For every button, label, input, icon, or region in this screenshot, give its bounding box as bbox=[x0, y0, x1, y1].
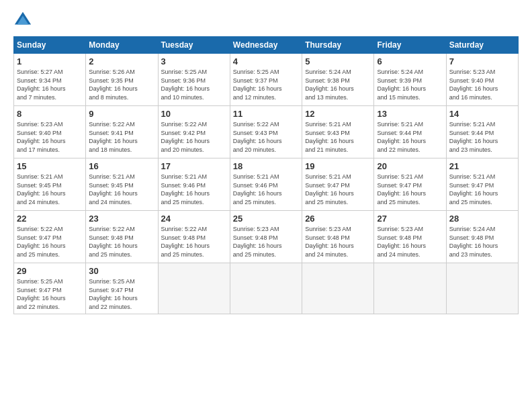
day-info: Sunrise: 5:23 AMSunset: 9:48 PMDaylight:… bbox=[233, 225, 299, 259]
day-number: 8 bbox=[17, 109, 83, 119]
day-info: Sunrise: 5:22 AMSunset: 9:42 PMDaylight:… bbox=[161, 120, 227, 154]
day-number: 6 bbox=[377, 56, 443, 66]
day-info: Sunrise: 5:24 AMSunset: 9:39 PMDaylight:… bbox=[377, 68, 443, 101]
day-cell bbox=[446, 263, 518, 314]
day-info: Sunrise: 5:23 AMSunset: 9:48 PMDaylight:… bbox=[305, 225, 371, 259]
day-info: Sunrise: 5:22 AMSunset: 9:43 PMDaylight:… bbox=[233, 120, 299, 154]
day-number: 23 bbox=[89, 214, 154, 224]
day-number: 27 bbox=[377, 214, 443, 224]
header bbox=[13, 11, 519, 30]
day-cell: 22Sunrise: 5:22 AMSunset: 9:47 PMDayligh… bbox=[14, 211, 86, 263]
day-cell: 12Sunrise: 5:21 AMSunset: 9:43 PMDayligh… bbox=[302, 106, 374, 158]
day-number: 5 bbox=[305, 56, 371, 66]
calendar-table: SundayMondayTuesdayWednesdayThursdayFrid… bbox=[13, 36, 519, 314]
day-number: 20 bbox=[377, 161, 443, 171]
day-number: 28 bbox=[449, 214, 515, 224]
day-info: Sunrise: 5:22 AMSunset: 9:48 PMDaylight:… bbox=[89, 225, 154, 259]
day-number: 29 bbox=[17, 266, 83, 276]
week-row-5: 29Sunrise: 5:25 AMSunset: 9:47 PMDayligh… bbox=[14, 263, 519, 314]
day-cell: 3Sunrise: 5:25 AMSunset: 9:36 PMDaylight… bbox=[158, 54, 230, 106]
header-cell-sunday: Sunday bbox=[14, 37, 86, 54]
day-cell: 13Sunrise: 5:21 AMSunset: 9:44 PMDayligh… bbox=[374, 106, 446, 158]
day-number: 2 bbox=[89, 56, 154, 66]
day-cell: 15Sunrise: 5:21 AMSunset: 9:45 PMDayligh… bbox=[14, 158, 86, 211]
day-cell: 10Sunrise: 5:22 AMSunset: 9:42 PMDayligh… bbox=[158, 106, 230, 158]
day-info: Sunrise: 5:21 AMSunset: 9:44 PMDaylight:… bbox=[449, 120, 515, 154]
day-info: Sunrise: 5:21 AMSunset: 9:47 PMDaylight:… bbox=[449, 173, 515, 206]
day-info: Sunrise: 5:21 AMSunset: 9:43 PMDaylight:… bbox=[305, 120, 371, 154]
day-info: Sunrise: 5:25 AMSunset: 9:47 PMDaylight:… bbox=[17, 277, 83, 311]
header-cell-friday: Friday bbox=[374, 37, 446, 54]
day-cell: 20Sunrise: 5:21 AMSunset: 9:47 PMDayligh… bbox=[374, 158, 446, 211]
day-cell: 28Sunrise: 5:24 AMSunset: 9:48 PMDayligh… bbox=[446, 211, 518, 263]
day-cell: 27Sunrise: 5:23 AMSunset: 9:48 PMDayligh… bbox=[374, 211, 446, 263]
day-info: Sunrise: 5:23 AMSunset: 9:48 PMDaylight:… bbox=[377, 225, 443, 259]
day-cell: 24Sunrise: 5:22 AMSunset: 9:48 PMDayligh… bbox=[158, 211, 230, 263]
day-cell: 23Sunrise: 5:22 AMSunset: 9:48 PMDayligh… bbox=[86, 211, 158, 263]
day-number: 30 bbox=[89, 266, 154, 276]
week-row-3: 15Sunrise: 5:21 AMSunset: 9:45 PMDayligh… bbox=[14, 158, 519, 211]
day-cell: 4Sunrise: 5:25 AMSunset: 9:37 PMDaylight… bbox=[230, 54, 302, 106]
day-info: Sunrise: 5:21 AMSunset: 9:46 PMDaylight:… bbox=[161, 173, 227, 206]
day-info: Sunrise: 5:25 AMSunset: 9:36 PMDaylight:… bbox=[161, 68, 227, 101]
day-cell bbox=[302, 263, 374, 314]
header-cell-thursday: Thursday bbox=[302, 37, 374, 54]
day-cell: 9Sunrise: 5:22 AMSunset: 9:41 PMDaylight… bbox=[86, 106, 158, 158]
day-info: Sunrise: 5:24 AMSunset: 9:38 PMDaylight:… bbox=[305, 68, 371, 101]
day-number: 13 bbox=[377, 109, 443, 119]
day-number: 22 bbox=[17, 214, 83, 224]
day-info: Sunrise: 5:23 AMSunset: 9:40 PMDaylight:… bbox=[449, 68, 515, 101]
day-info: Sunrise: 5:24 AMSunset: 9:48 PMDaylight:… bbox=[449, 225, 515, 259]
logo bbox=[13, 11, 35, 30]
day-info: Sunrise: 5:25 AMSunset: 9:37 PMDaylight:… bbox=[233, 68, 299, 101]
day-cell: 17Sunrise: 5:21 AMSunset: 9:46 PMDayligh… bbox=[158, 158, 230, 211]
day-number: 16 bbox=[89, 161, 154, 171]
header-cell-monday: Monday bbox=[86, 37, 158, 54]
day-cell: 16Sunrise: 5:21 AMSunset: 9:45 PMDayligh… bbox=[86, 158, 158, 211]
day-number: 18 bbox=[233, 161, 299, 171]
day-info: Sunrise: 5:23 AMSunset: 9:40 PMDaylight:… bbox=[17, 120, 83, 154]
day-number: 4 bbox=[233, 56, 299, 66]
day-cell bbox=[374, 263, 446, 314]
day-cell: 26Sunrise: 5:23 AMSunset: 9:48 PMDayligh… bbox=[302, 211, 374, 263]
day-number: 11 bbox=[233, 109, 299, 119]
day-info: Sunrise: 5:21 AMSunset: 9:47 PMDaylight:… bbox=[377, 173, 443, 206]
day-info: Sunrise: 5:25 AMSunset: 9:47 PMDaylight:… bbox=[89, 277, 154, 311]
day-info: Sunrise: 5:26 AMSunset: 9:35 PMDaylight:… bbox=[89, 68, 154, 101]
day-number: 7 bbox=[449, 56, 515, 66]
header-row: SundayMondayTuesdayWednesdayThursdayFrid… bbox=[14, 37, 519, 54]
day-info: Sunrise: 5:22 AMSunset: 9:48 PMDaylight:… bbox=[161, 225, 227, 259]
day-cell: 5Sunrise: 5:24 AMSunset: 9:38 PMDaylight… bbox=[302, 54, 374, 106]
day-info: Sunrise: 5:22 AMSunset: 9:41 PMDaylight:… bbox=[89, 120, 154, 154]
day-info: Sunrise: 5:27 AMSunset: 9:34 PMDaylight:… bbox=[17, 68, 83, 101]
day-number: 26 bbox=[305, 214, 371, 224]
day-cell bbox=[230, 263, 302, 314]
day-info: Sunrise: 5:22 AMSunset: 9:47 PMDaylight:… bbox=[17, 225, 83, 259]
day-cell: 19Sunrise: 5:21 AMSunset: 9:47 PMDayligh… bbox=[302, 158, 374, 211]
day-number: 15 bbox=[17, 161, 83, 171]
header-cell-saturday: Saturday bbox=[446, 37, 518, 54]
day-number: 3 bbox=[161, 56, 227, 66]
day-number: 14 bbox=[449, 109, 515, 119]
day-info: Sunrise: 5:21 AMSunset: 9:46 PMDaylight:… bbox=[233, 173, 299, 206]
day-cell: 25Sunrise: 5:23 AMSunset: 9:48 PMDayligh… bbox=[230, 211, 302, 263]
week-row-1: 1Sunrise: 5:27 AMSunset: 9:34 PMDaylight… bbox=[14, 54, 519, 106]
header-cell-tuesday: Tuesday bbox=[158, 37, 230, 54]
day-cell: 6Sunrise: 5:24 AMSunset: 9:39 PMDaylight… bbox=[374, 54, 446, 106]
day-number: 17 bbox=[161, 161, 227, 171]
logo-icon bbox=[13, 11, 32, 30]
day-number: 19 bbox=[305, 161, 371, 171]
week-row-2: 8Sunrise: 5:23 AMSunset: 9:40 PMDaylight… bbox=[14, 106, 519, 158]
day-info: Sunrise: 5:21 AMSunset: 9:45 PMDaylight:… bbox=[17, 173, 83, 206]
day-info: Sunrise: 5:21 AMSunset: 9:44 PMDaylight:… bbox=[377, 120, 443, 154]
day-cell: 18Sunrise: 5:21 AMSunset: 9:46 PMDayligh… bbox=[230, 158, 302, 211]
day-cell: 1Sunrise: 5:27 AMSunset: 9:34 PMDaylight… bbox=[14, 54, 86, 106]
day-number: 12 bbox=[305, 109, 371, 119]
day-cell: 30Sunrise: 5:25 AMSunset: 9:47 PMDayligh… bbox=[86, 263, 158, 314]
page: SundayMondayTuesdayWednesdayThursdayFrid… bbox=[0, 0, 532, 411]
day-number: 21 bbox=[449, 161, 515, 171]
day-number: 25 bbox=[233, 214, 299, 224]
day-cell: 2Sunrise: 5:26 AMSunset: 9:35 PMDaylight… bbox=[86, 54, 158, 106]
day-cell: 14Sunrise: 5:21 AMSunset: 9:44 PMDayligh… bbox=[446, 106, 518, 158]
day-cell: 29Sunrise: 5:25 AMSunset: 9:47 PMDayligh… bbox=[14, 263, 86, 314]
